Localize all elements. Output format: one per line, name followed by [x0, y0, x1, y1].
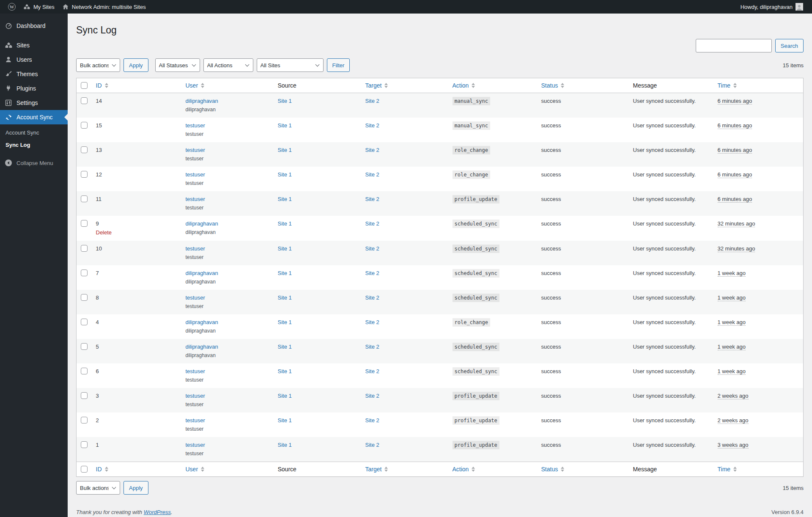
sidebar-subitem-account-sync[interactable]: Account Sync — [0, 126, 68, 139]
sidebar-item-plugins[interactable]: Plugins — [0, 81, 68, 96]
row-checkbox[interactable] — [81, 392, 88, 399]
filter-button[interactable]: Filter — [327, 58, 350, 72]
sort-link-target[interactable]: Target — [365, 466, 388, 473]
sort-link-time[interactable]: Time — [718, 466, 737, 473]
sort-link-user[interactable]: User — [186, 466, 205, 473]
apply-button-bottom[interactable]: Apply — [123, 481, 148, 495]
row-checkbox[interactable] — [81, 97, 88, 104]
source-site-link[interactable]: Site 1 — [278, 270, 292, 276]
sidebar-item-sites[interactable]: Sites — [0, 38, 68, 52]
target-site-link[interactable]: Site 2 — [365, 417, 379, 424]
row-checkbox[interactable] — [81, 146, 88, 153]
row-checkbox[interactable] — [81, 122, 88, 129]
sort-link-status[interactable]: Status — [541, 82, 565, 89]
user-link[interactable]: testuser — [186, 122, 205, 129]
sidebar-item-account-sync[interactable]: Account Sync — [0, 110, 68, 124]
wordpress-link[interactable]: WordPress — [144, 509, 171, 515]
source-site-link[interactable]: Site 1 — [278, 196, 292, 202]
search-input[interactable] — [696, 39, 772, 52]
wp-logo-menu[interactable]: W — [4, 0, 19, 14]
row-checkbox[interactable] — [81, 441, 88, 448]
site-filter-select[interactable]: All Sites — [257, 58, 324, 72]
bulk-actions-select[interactable]: Bulk actions — [76, 58, 120, 72]
delete-link[interactable]: Delete — [96, 229, 112, 236]
user-link[interactable]: dilipraghavan — [186, 220, 218, 227]
source-site-link[interactable]: Site 1 — [278, 393, 292, 399]
source-site-link[interactable]: Site 1 — [278, 319, 292, 325]
target-site-link[interactable]: Site 2 — [365, 147, 379, 153]
collapse-menu-button[interactable]: Collapse Menu — [0, 155, 68, 170]
user-link[interactable]: dilipraghavan — [186, 344, 218, 350]
row-checkbox[interactable] — [81, 171, 88, 178]
status-filter-select[interactable]: All Statuses — [155, 58, 200, 72]
select-all-checkbox[interactable] — [81, 466, 88, 473]
user-link[interactable]: dilipraghavan — [186, 319, 218, 325]
target-site-link[interactable]: Site 2 — [365, 319, 379, 325]
target-site-link[interactable]: Site 2 — [365, 171, 379, 178]
row-checkbox[interactable] — [81, 417, 88, 424]
sidebar-item-settings[interactable]: Settings — [0, 96, 68, 110]
sort-link-action[interactable]: Action — [453, 466, 475, 473]
bulk-actions-select-bottom[interactable]: Bulk actions — [76, 481, 120, 495]
source-site-link[interactable]: Site 1 — [278, 344, 292, 350]
sort-link-status[interactable]: Status — [541, 466, 565, 473]
action-filter-select[interactable]: All Actions — [203, 58, 253, 72]
target-site-link[interactable]: Site 2 — [365, 393, 379, 399]
sort-link-id[interactable]: ID — [96, 466, 108, 473]
row-checkbox[interactable] — [81, 368, 88, 374]
source-site-link[interactable]: Site 1 — [278, 220, 292, 227]
sidebar-subitem-sync-log[interactable]: Sync Log — [0, 139, 68, 151]
source-site-link[interactable]: Site 1 — [278, 368, 292, 374]
user-link[interactable]: testuser — [186, 171, 205, 178]
row-checkbox[interactable] — [81, 195, 88, 202]
my-sites-menu[interactable]: My Sites — [19, 0, 58, 14]
row-checkbox[interactable] — [81, 343, 88, 350]
target-site-link[interactable]: Site 2 — [365, 122, 379, 129]
user-link[interactable]: testuser — [186, 442, 205, 448]
row-checkbox[interactable] — [81, 319, 88, 325]
sort-link-id[interactable]: ID — [96, 82, 108, 89]
user-link[interactable]: testuser — [186, 294, 205, 301]
howdy-account-menu[interactable]: Howdy, dilipraghavan — [737, 0, 807, 14]
select-all-checkbox[interactable] — [81, 82, 88, 89]
user-link[interactable]: testuser — [186, 196, 205, 202]
source-site-link[interactable]: Site 1 — [278, 417, 292, 424]
source-site-link[interactable]: Site 1 — [278, 147, 292, 153]
sort-link-target[interactable]: Target — [365, 82, 388, 89]
source-site-link[interactable]: Site 1 — [278, 98, 292, 104]
source-site-link[interactable]: Site 1 — [278, 171, 292, 178]
apply-button[interactable]: Apply — [123, 58, 148, 72]
user-link[interactable]: testuser — [186, 417, 205, 424]
sort-link-action[interactable]: Action — [453, 82, 475, 89]
row-checkbox[interactable] — [81, 220, 88, 227]
target-site-link[interactable]: Site 2 — [365, 220, 379, 227]
target-site-link[interactable]: Site 2 — [365, 344, 379, 350]
source-site-link[interactable]: Site 1 — [278, 294, 292, 301]
sidebar-item-users[interactable]: Users — [0, 52, 68, 67]
user-link[interactable]: testuser — [186, 393, 205, 399]
target-site-link[interactable]: Site 2 — [365, 245, 379, 252]
sidebar-item-themes[interactable]: Themes — [0, 67, 68, 81]
user-link[interactable]: testuser — [186, 147, 205, 153]
source-site-link[interactable]: Site 1 — [278, 442, 292, 448]
user-link[interactable]: testuser — [186, 368, 205, 374]
row-checkbox[interactable] — [81, 270, 88, 276]
sidebar-item-dashboard[interactable]: Dashboard — [0, 19, 68, 33]
user-link[interactable]: dilipraghavan — [186, 270, 218, 276]
user-link[interactable]: testuser — [186, 245, 205, 252]
target-site-link[interactable]: Site 2 — [365, 442, 379, 448]
target-site-link[interactable]: Site 2 — [365, 368, 379, 374]
source-site-link[interactable]: Site 1 — [278, 245, 292, 252]
target-site-link[interactable]: Site 2 — [365, 196, 379, 202]
target-site-link[interactable]: Site 2 — [365, 270, 379, 276]
network-admin-site-link[interactable]: Network Admin: multisite Sites — [58, 0, 150, 14]
target-site-link[interactable]: Site 2 — [365, 98, 379, 104]
target-site-link[interactable]: Site 2 — [365, 294, 379, 301]
search-button[interactable]: Search — [775, 39, 804, 52]
row-checkbox[interactable] — [81, 294, 88, 301]
source-site-link[interactable]: Site 1 — [278, 122, 292, 129]
sort-link-user[interactable]: User — [186, 82, 205, 89]
user-link[interactable]: dilipraghavan — [186, 98, 218, 104]
sort-link-time[interactable]: Time — [718, 82, 737, 89]
row-checkbox[interactable] — [81, 245, 88, 252]
